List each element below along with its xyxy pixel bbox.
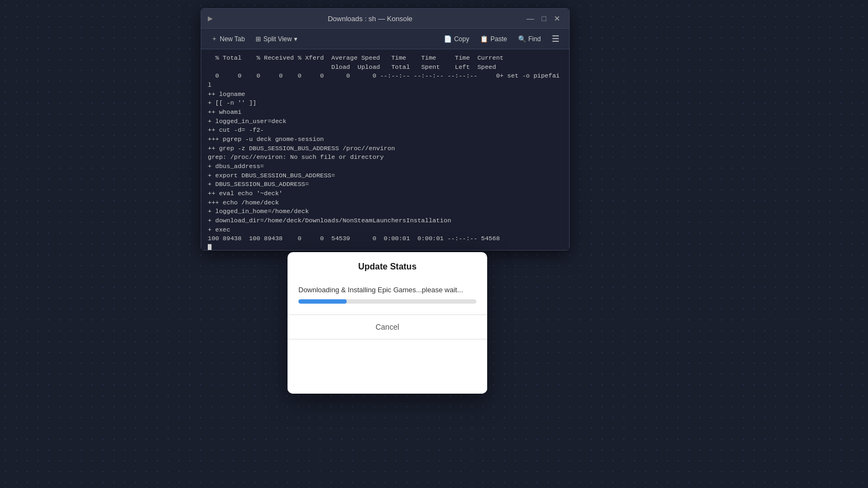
terminal-titlebar: ▶ Downloads : sh — Konsole — □ ✕: [201, 9, 569, 29]
copy-icon: 📄: [444, 35, 452, 43]
dialog-bottom-space: [288, 339, 487, 394]
terminal-icon: ▶: [208, 15, 213, 22]
cancel-button[interactable]: Cancel: [288, 315, 487, 339]
dialog-actions: Cancel: [288, 314, 487, 394]
split-view-button[interactable]: ⊞ Split View ▾: [251, 33, 301, 45]
paste-icon: 📋: [480, 35, 488, 43]
menu-button[interactable]: ☰: [547, 31, 564, 46]
copy-button[interactable]: 📄 Copy: [439, 33, 474, 45]
terminal-controls: — □ ✕: [525, 13, 563, 24]
progress-bar-container: [298, 299, 476, 304]
terminal-toolbar: ＋ New Tab ⊞ Split View ▾ 📄 Copy 📋 Paste …: [201, 29, 569, 49]
dialog-header: Update Status: [288, 252, 487, 279]
new-tab-button[interactable]: ＋ New Tab: [207, 32, 249, 46]
dialog-body: Downloading & Installing Epic Games...pl…: [288, 279, 487, 314]
progress-bar-fill: [298, 299, 347, 304]
terminal-window: ▶ Downloads : sh — Konsole — □ ✕ ＋ New T…: [201, 8, 570, 251]
new-tab-icon: ＋: [211, 34, 218, 43]
terminal-content: % Total % Received % Xferd Average Speed…: [208, 54, 563, 250]
maximize-button[interactable]: □: [540, 13, 548, 24]
close-button[interactable]: ✕: [552, 13, 563, 24]
dialog-message: Downloading & Installing Epic Games...pl…: [298, 286, 476, 294]
split-view-chevron-icon: ▾: [294, 35, 297, 43]
minimize-button[interactable]: —: [525, 13, 537, 24]
update-dialog: Update Status Downloading & Installing E…: [288, 252, 487, 394]
split-view-icon: ⊞: [256, 35, 261, 43]
terminal-body[interactable]: % Total % Received % Xferd Average Speed…: [201, 49, 569, 250]
find-button[interactable]: 🔍 Find: [514, 33, 545, 45]
paste-button[interactable]: 📋 Paste: [476, 33, 512, 45]
terminal-title: Downloads : sh — Konsole: [216, 15, 525, 23]
dialog-title: Update Status: [358, 262, 417, 271]
search-icon: 🔍: [518, 35, 526, 43]
